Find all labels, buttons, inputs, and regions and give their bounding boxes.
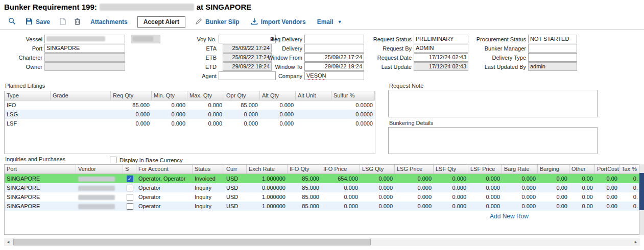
request-note-input[interactable] xyxy=(388,90,598,117)
scroll-left-arrow[interactable]: ◂ xyxy=(4,238,12,246)
vessel-code-input[interactable] xyxy=(131,35,160,43)
import-vendors-label: Import Vendors xyxy=(261,18,306,26)
column-header-grade[interactable]: Grade xyxy=(51,91,111,100)
column-header-for-account[interactable]: For Account xyxy=(136,165,193,173)
charterer-input[interactable] xyxy=(44,53,125,62)
field-charterer: Charterer xyxy=(4,53,160,62)
add-new-row-link[interactable]: Add New Row xyxy=(490,213,529,220)
company-input[interactable]: VESON xyxy=(304,71,364,80)
column-header-barging[interactable]: Barging xyxy=(538,165,569,173)
req-delivery-input[interactable] xyxy=(304,35,364,43)
column-header-ifo-price[interactable]: IFO Price xyxy=(321,165,360,173)
column-header-ifo-qty[interactable]: IFO Qty xyxy=(288,165,321,173)
import-vendors-button[interactable]: Import Vendors xyxy=(245,16,312,28)
column-header-lsg-qty[interactable]: LSG Qty xyxy=(360,165,395,173)
field-delivery-type: Delivery Type xyxy=(470,53,577,62)
column-header-alt-qty[interactable]: Alt Qty xyxy=(260,91,296,100)
window-from-label: Window From xyxy=(258,55,302,61)
new-document-button[interactable] xyxy=(56,16,70,28)
request-by-input[interactable]: ADMIN xyxy=(414,44,468,53)
owner-input[interactable] xyxy=(44,62,125,71)
last-updated-by-input[interactable]: admin xyxy=(528,62,577,71)
cell: 0.00 xyxy=(569,183,595,192)
charterer-label: Charterer xyxy=(4,55,42,61)
row-checkbox-checked[interactable]: ✓ xyxy=(127,176,133,182)
column-header-curr[interactable]: Curr xyxy=(224,165,247,173)
row-checkbox[interactable] xyxy=(127,194,133,201)
column-header-port[interactable]: Port xyxy=(5,165,76,173)
column-header-other[interactable]: Other xyxy=(569,165,595,173)
cell: 0.000 xyxy=(187,110,224,119)
column-header-exch-rate[interactable]: Exch Rate xyxy=(247,165,288,173)
column-header-tax[interactable]: Tax % xyxy=(619,165,639,173)
delivery-type-input[interactable] xyxy=(528,53,577,62)
horizontal-scrollbar-thumb[interactable] xyxy=(13,239,371,245)
delivery-input[interactable] xyxy=(304,44,364,53)
cell: USD xyxy=(224,174,247,183)
cell: 0.00 xyxy=(538,183,569,192)
scroll-right-arrow[interactable]: ▸ xyxy=(632,238,640,246)
accept-alert-button[interactable]: Accept Alert xyxy=(137,16,185,28)
column-header-status[interactable]: Status xyxy=(193,165,224,173)
column-header-min-qty[interactable]: Min. Qty xyxy=(152,91,187,100)
column-header-opr-qty[interactable]: Opr Qty xyxy=(224,91,260,100)
row-checkbox[interactable] xyxy=(127,185,133,191)
table-row[interactable]: SINGAPORE✓Operator, OperatorInvoicedUSD1… xyxy=(5,174,639,183)
form-column-4: Request Status PRELIMINARY Request By AD… xyxy=(367,35,468,71)
toolbar: Save Attachments Accept Alert Bunker Sli… xyxy=(0,15,644,30)
table-row[interactable]: IFO85.0000.0000.00085.0000.0000.0000 xyxy=(5,101,375,110)
vertical-scrollbar-thumb[interactable] xyxy=(639,173,644,210)
bunkering-details-input[interactable] xyxy=(388,127,598,154)
field-delivery: Delivery xyxy=(258,44,364,53)
company-label: Company xyxy=(258,73,302,79)
request-status-input[interactable]: PRELIMINARY xyxy=(414,35,468,43)
cell: 0.000 xyxy=(468,202,502,211)
column-header-sulfur[interactable]: Sulfur % xyxy=(331,91,375,100)
table-row[interactable]: LSF0.0000.0000.0000.0000.0000.0000 xyxy=(5,119,375,128)
column-header-type[interactable]: Type xyxy=(5,91,51,100)
email-dropdown-button[interactable]: Email ▼ xyxy=(312,16,348,28)
chevron-down-icon: ▼ xyxy=(338,19,342,24)
window-from-input[interactable]: 25/09/22 17:24 xyxy=(304,53,364,62)
bunker-slip-button[interactable]: Bunker Slip xyxy=(189,16,245,28)
column-header-barg-rate[interactable]: Barg Rate xyxy=(502,165,538,173)
table-row[interactable]: SINGAPOREOperatorInquiryUSD1.00000085.00… xyxy=(5,202,639,211)
vertical-scrollbar[interactable] xyxy=(639,164,644,235)
column-header-vendor[interactable]: Vendor xyxy=(76,165,123,173)
attachments-button[interactable]: Attachments xyxy=(85,16,133,28)
table-row[interactable]: LSG0.0000.0000.0000.0000.0000.0000 xyxy=(5,110,375,119)
delete-button[interactable] xyxy=(70,16,85,28)
column-header-portcost[interactable]: PortCost xyxy=(595,165,619,173)
horizontal-scrollbar[interactable]: ◂ ▸ xyxy=(4,238,640,246)
column-header-lsg-price[interactable]: LSG Price xyxy=(395,165,434,173)
cell: 0.000 xyxy=(434,174,468,183)
request-date-label: Request Date xyxy=(367,55,412,61)
column-header-lsf-qty[interactable]: LSF Qty xyxy=(434,165,468,173)
request-note-label: Request Note xyxy=(389,83,423,89)
display-base-currency-checkbox[interactable] xyxy=(110,157,116,163)
request-date-input[interactable]: 17/12/24 02:43 xyxy=(414,53,468,62)
request-status-label: Request Status xyxy=(367,36,412,42)
table-row[interactable]: SINGAPOREOperatorInquiryUSD1.00000085.00… xyxy=(5,192,639,202)
procurement-status-input[interactable]: NOT STARTED xyxy=(528,35,577,43)
form-column-3: Req Delivery Delivery Window From 25/09/… xyxy=(258,35,364,81)
cell: 0.000 xyxy=(152,110,187,119)
column-header-alt-unit[interactable]: Alt Unit xyxy=(296,91,331,100)
vessel-input[interactable] xyxy=(44,35,125,43)
column-header-req-qty[interactable]: Req Qty xyxy=(111,91,152,100)
cell: 85.000 xyxy=(111,101,152,110)
table-header-row: TypeGradeReq QtyMin. QtyMax. QtyOpr QtyA… xyxy=(5,91,375,101)
table-row[interactable]: SINGAPOREOperatorInquiryUSD0.00000085.00… xyxy=(5,183,639,192)
search-button[interactable] xyxy=(4,16,20,28)
field-bunker-manager: Bunker Manager xyxy=(470,44,577,53)
row-checkbox[interactable] xyxy=(127,203,133,210)
field-procurement-status: Procurement Status NOT STARTED xyxy=(470,35,577,43)
bunker-manager-input[interactable] xyxy=(528,44,577,53)
column-header-max-qty[interactable]: Max. Qty xyxy=(187,91,224,100)
window-to-input[interactable]: 29/09/22 19:24 xyxy=(304,62,364,71)
save-button[interactable]: Save xyxy=(20,16,56,28)
last-update-input[interactable]: 17/12/24 02:43 xyxy=(414,62,468,71)
port-input[interactable]: SINGAPORE xyxy=(44,44,125,53)
column-header-s[interactable]: S xyxy=(123,165,136,173)
column-header-lsf-price[interactable]: LSF Price xyxy=(468,165,502,173)
